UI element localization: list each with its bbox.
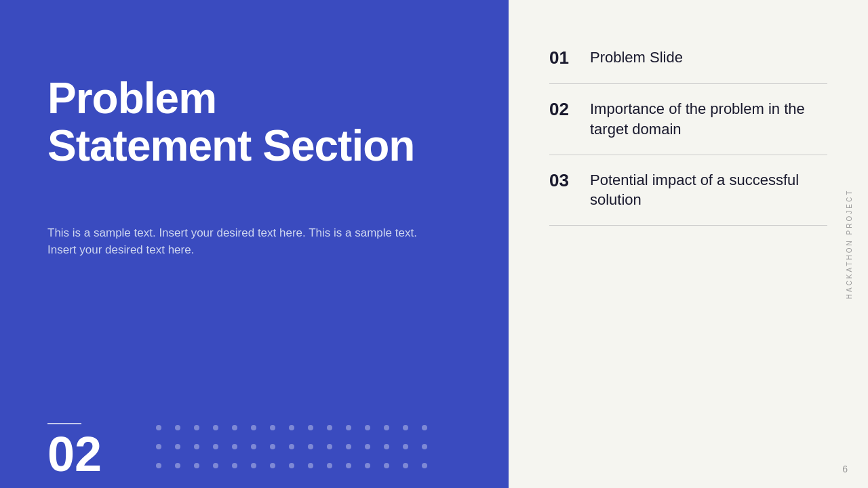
dot [175,444,180,449]
dot [327,444,332,449]
dot [384,463,389,468]
dot [365,425,370,430]
dot [251,444,256,449]
dot [232,425,237,430]
dot [232,463,237,468]
dot [213,425,218,430]
right-panel: 01Problem Slide02Importance of the probl… [509,0,868,488]
dot [156,444,161,449]
toc-label: Potential impact of a successful solutio… [590,170,827,210]
dot [289,425,294,430]
page-number: 6 [842,464,848,474]
title-line1: Problem [47,74,216,123]
dot [156,425,161,430]
dot [422,463,427,468]
vertical-text: HACKATHON PROJECT [846,189,853,300]
toc-number: 02 [549,99,590,120]
dot [289,463,294,468]
dot [289,444,294,449]
dot [270,425,275,430]
dot [194,425,199,430]
dot [384,444,389,449]
dot [251,463,256,468]
title-line2: Statement Section [47,121,414,170]
dot [384,425,389,430]
dot [308,425,313,430]
toc-item: 02Importance of the problem in the targe… [549,84,827,155]
dot [346,444,351,449]
toc-number: 01 [549,47,590,68]
dot [251,425,256,430]
slide-number-container: 02 [47,423,102,479]
toc-item: 03Potential impact of a successful solut… [549,155,827,226]
dot [403,425,408,430]
dot [365,463,370,468]
dot [308,463,313,468]
slide-number-line [47,423,81,424]
dot [403,463,408,468]
toc-label: Importance of the problem in the target … [590,99,827,139]
dot [232,444,237,449]
toc-number: 03 [549,170,590,191]
left-panel: Problem Statement Section This is a samp… [0,0,509,488]
toc-list: 01Problem Slide02Importance of the probl… [549,47,827,461]
dot [327,463,332,468]
toc-label: Problem Slide [590,47,683,68]
toc-item: 01Problem Slide [549,47,827,84]
dot [194,463,199,468]
dot [346,425,351,430]
slide-number: 02 [47,430,102,479]
bottom-section: 02 [0,413,509,488]
dot [422,425,427,430]
dot [365,444,370,449]
dot [213,444,218,449]
dot [175,425,180,430]
dot [327,425,332,430]
dots-grid [156,425,435,476]
dot [308,444,313,449]
main-title: Problem Statement Section [47,75,461,170]
dot [403,444,408,449]
vertical-text-container: HACKATHON PROJECT [844,189,856,300]
dot [175,463,180,468]
dot [422,444,427,449]
sample-text: This is a sample text. Insert your desir… [47,224,427,259]
dot [213,463,218,468]
dot [156,463,161,468]
dot [270,463,275,468]
dot [270,444,275,449]
dot [346,463,351,468]
dot [194,444,199,449]
